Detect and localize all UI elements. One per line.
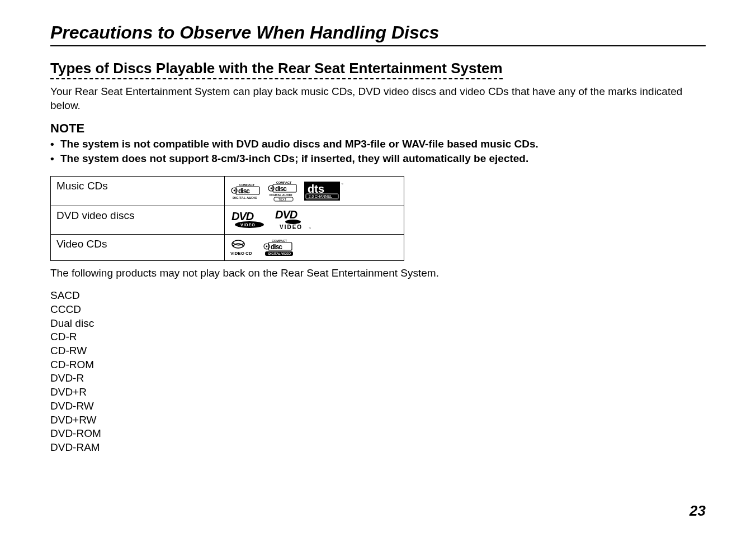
followup-text: The following products may not play back… (50, 266, 706, 280)
unsupported-item: SACD (50, 289, 706, 303)
cd-digital-audio-text-icon (267, 180, 300, 202)
table-row: Video CDs (51, 234, 404, 260)
cd-digital-audio-icon (230, 182, 263, 200)
section-heading: Types of Discs Playable with the Rear Se… (50, 60, 503, 77)
unsupported-item: Dual disc (50, 317, 706, 331)
disc-logo-cell (225, 234, 404, 260)
note-item: The system does not support 8-cm/3-inch … (50, 151, 706, 166)
disc-type-label: Video CDs (51, 234, 225, 260)
intro-text: Your Rear Seat Entertainment System can … (50, 85, 706, 112)
disc-type-label: Music CDs (51, 176, 225, 206)
disc-logo-cell (225, 206, 404, 234)
page-number: 23 (689, 502, 706, 520)
unsupported-item: DVD-ROM (50, 427, 706, 441)
unsupported-item: CD-RW (50, 344, 706, 358)
title-rule (50, 45, 706, 46)
unsupported-item: DVD-RW (50, 399, 706, 413)
section-heading-wrap: Types of Discs Playable with the Rear Se… (50, 60, 503, 79)
unsupported-list: SACDCCCDDual discCD-RCD-RWCD-ROMDVD-RDVD… (50, 289, 706, 454)
cd-digital-video-icon (263, 238, 295, 257)
unsupported-item: CCCD (50, 303, 706, 317)
unsupported-item: CD-R (50, 330, 706, 344)
disc-logo-cell (225, 176, 404, 206)
page-title: Precautions to Observe When Handling Dis… (50, 22, 706, 43)
disc-type-label: DVD video discs (51, 206, 225, 234)
table-row: DVD video discs (51, 206, 404, 234)
unsupported-item: CD-ROM (50, 358, 706, 372)
dvd-video-oval-icon (230, 211, 270, 229)
unsupported-item: DVD-RAM (50, 441, 706, 455)
note-heading: NOTE (50, 121, 706, 136)
dts-20-channel-icon (304, 182, 344, 201)
unsupported-item: DVD-R (50, 372, 706, 386)
note-item: The system is not compatible with DVD au… (50, 137, 706, 151)
disc-table: Music CDsDVD video discsVideo CDs (50, 176, 404, 261)
note-list: The system is not compatible with DVD au… (50, 137, 706, 165)
unsupported-item: DVD+R (50, 386, 706, 399)
dvd-video-caps-icon (274, 210, 313, 231)
table-row: Music CDs (51, 176, 404, 206)
unsupported-item: DVD+RW (50, 413, 706, 427)
video-cd-script-icon (230, 239, 258, 256)
